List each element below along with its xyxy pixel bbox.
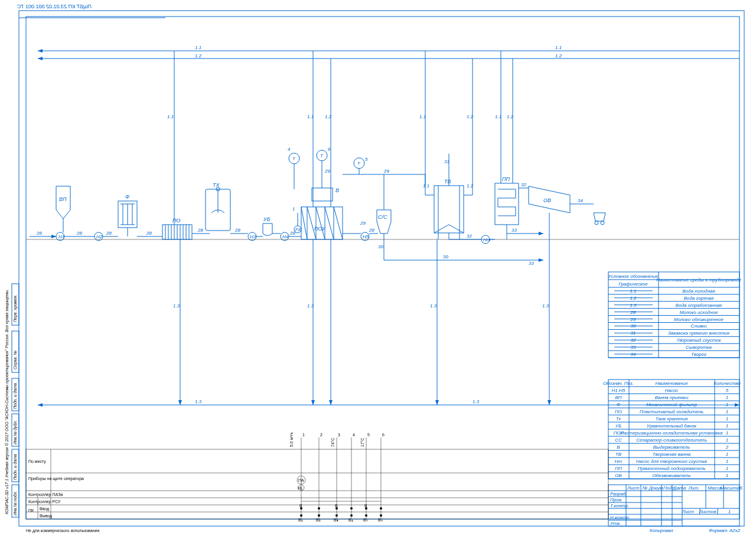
equipment-table: Обознач. Поз. Наименование Количество Н1… — [603, 380, 741, 479]
svg-text:Перв. примен.: Перв. примен. — [13, 294, 18, 322]
svg-text:28: 28 — [76, 231, 82, 236]
svg-marker-139 — [548, 400, 551, 405]
svg-text:2: 2 — [320, 433, 322, 437]
svg-text:ОВ: ОВ — [615, 473, 622, 478]
svg-text:30: 30 — [378, 244, 383, 249]
svg-text:3: 3 — [338, 433, 340, 437]
svg-text:34: 34 — [578, 198, 583, 203]
svg-point-317 — [318, 507, 320, 510]
svg-text:74°C: 74°C — [331, 437, 335, 447]
svg-text:ПОУ: ПОУ — [314, 226, 326, 232]
svg-text:29: 29 — [324, 168, 330, 174]
svg-text:28: 28 — [146, 231, 152, 236]
svg-text:30: 30 — [443, 254, 448, 260]
title-block: Лит. Масса Масштаб Разраб. Пров. Т.контр… — [608, 485, 742, 526]
svg-text:1.3: 1.3 — [630, 303, 637, 308]
drawing-number-mirror: ПщБТ КП 23.01.02 001 001 ТС — [17, 4, 92, 9]
svg-text:Н.контр.: Н.контр. — [610, 515, 630, 520]
svg-text:Выдерживатель: Выдерживатель — [653, 445, 690, 450]
svg-text:Ф: Ф — [125, 194, 129, 200]
svg-text:B₂: B₂ — [316, 518, 321, 522]
equipment-tx: ТХ 28 — [206, 182, 248, 234]
svg-point-325 — [300, 514, 302, 517]
svg-text:1.2: 1.2 — [467, 183, 474, 189]
side-tabs: Перв. примен. Справ. № Подп. и дата Инв.… — [12, 284, 19, 517]
svg-text:6: 6 — [382, 433, 384, 437]
svg-text:1: 1 — [726, 409, 728, 414]
svg-marker-138 — [435, 400, 439, 405]
svg-text:1.3: 1.3 — [430, 303, 437, 309]
equipment-po: ПО 1.1 1.3 28 — [162, 51, 210, 405]
svg-text:Уравнительный бачок: Уравнительный бачок — [646, 423, 697, 429]
equipment-pou: ПОУ 1.1 1.2 1.3 — [301, 51, 343, 405]
svg-text:1.3: 1.3 — [472, 399, 480, 404]
svg-text:ОВ: ОВ — [543, 197, 551, 203]
svg-text:28: 28 — [106, 231, 112, 236]
svg-text:28: 28 — [197, 228, 203, 233]
svg-text:Нт: Нт — [483, 237, 491, 242]
svg-text:B: B — [364, 504, 367, 508]
svg-text:FE: FE — [295, 227, 302, 232]
svg-marker-85 — [539, 258, 543, 262]
svg-text:УБ: УБ — [615, 423, 621, 429]
svg-text:Подп. и дата: Подп. и дата — [13, 454, 17, 480]
svg-text:1: 1 — [292, 206, 295, 212]
svg-text:Молоко обезжиренное: Молоко обезжиренное — [674, 317, 724, 322]
svg-text:B₃: B₃ — [334, 518, 338, 522]
svg-text:Творожная ванна: Творожная ванна — [653, 452, 691, 457]
svg-point-127 — [595, 221, 598, 225]
svg-text:1: 1 — [726, 423, 728, 429]
svg-text:ВП: ВП — [615, 395, 621, 400]
svg-text:Прямоточный подогреватель: Прямоточный подогреватель — [638, 466, 706, 471]
svg-text:Утв.: Утв. — [610, 521, 621, 526]
svg-text:Лит.: Лит. — [688, 485, 700, 491]
svg-text:1.3: 1.3 — [173, 303, 180, 309]
svg-text:1: 1 — [726, 430, 728, 436]
svg-text:Подп. и дата: Подп. и дата — [13, 383, 17, 409]
side-note: КОМПАС-3D v17.1 Учебная версия © 2017 ОО… — [5, 289, 9, 514]
svg-text:ПП: ПП — [502, 176, 510, 182]
svg-text:4: 4 — [288, 147, 291, 152]
svg-text:Насос: Насос — [665, 388, 679, 393]
svg-text:1.3: 1.3 — [542, 303, 549, 309]
svg-text:33: 33 — [529, 261, 534, 266]
svg-text:1.3: 1.3 — [307, 303, 314, 309]
svg-text:Дата: Дата — [673, 485, 686, 491]
svg-point-321 — [380, 507, 382, 510]
footer-note: Не для коммерческого использования — [26, 528, 99, 533]
svg-text:Тх: Тх — [616, 416, 622, 421]
svg-text:Справ. №: Справ. № — [13, 351, 18, 369]
svg-text:1: 1 — [302, 433, 305, 437]
svg-text:С/С: С/С — [378, 214, 387, 220]
svg-text:34: 34 — [631, 352, 636, 357]
equipment-filter: Ф 28 — [118, 194, 162, 236]
header-pipes: 1.1 1.2 1.1 1.2 — [38, 45, 739, 60]
svg-text:ПК: ПК — [28, 508, 34, 513]
svg-text:Творог: Творог — [691, 352, 706, 357]
svg-text:Ввод: Ввод — [40, 507, 49, 511]
svg-text:28: 28 — [369, 228, 374, 233]
svg-text:1: 1 — [726, 402, 728, 407]
svg-text:Инв.№ подл.: Инв.№ подл. — [13, 491, 17, 515]
svg-rect-282 — [26, 449, 608, 519]
svg-text:Разраб.: Разраб. — [610, 491, 627, 497]
svg-text:17°C: 17°C — [360, 437, 364, 447]
svg-text:ВП: ВП — [59, 196, 67, 202]
svg-text:Н1-Н5: Н1-Н5 — [611, 388, 625, 393]
svg-text:Пров.: Пров. — [610, 497, 623, 502]
svg-text:5.0 м³/ч: 5.0 м³/ч — [289, 432, 294, 447]
svg-text:B: B — [335, 504, 338, 508]
svg-text:1.2: 1.2 — [467, 114, 474, 119]
svg-text:№ Докум.: № Докум. — [643, 485, 664, 491]
svg-text:1.1: 1.1 — [555, 45, 562, 50]
svg-text:32: 32 — [467, 234, 472, 239]
equipment-ub: УБ — [256, 216, 281, 236]
svg-text:1.2: 1.2 — [630, 296, 637, 301]
svg-marker-4 — [38, 57, 43, 60]
svg-text:Сливки: Сливки — [690, 323, 707, 329]
svg-text:28: 28 — [630, 310, 636, 315]
svg-text:Копировал: Копировал — [650, 528, 673, 533]
svg-marker-2 — [38, 49, 43, 53]
svg-text:Вода холодная: Вода холодная — [682, 288, 715, 294]
svg-text:А2х2: А2х2 — [729, 528, 741, 533]
